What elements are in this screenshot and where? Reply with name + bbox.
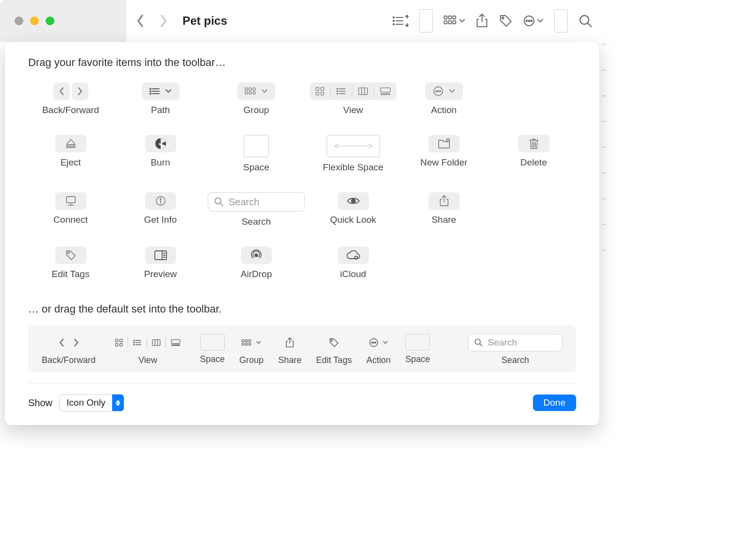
toolbar-space-placeholder xyxy=(419,9,433,33)
svg-point-72 xyxy=(160,198,161,199)
palette-label: Get Info xyxy=(144,214,177,225)
palette-action[interactable]: Action xyxy=(401,82,486,115)
zoom-window-button[interactable] xyxy=(46,16,54,25)
palette-preview[interactable]: Preview xyxy=(118,247,203,280)
ellipsis-circle-icon xyxy=(433,86,444,97)
svg-rect-33 xyxy=(253,92,255,94)
window-edge-marks xyxy=(602,44,606,251)
palette-path[interactable]: Path xyxy=(118,82,203,115)
toolbar-share-icon[interactable] xyxy=(476,14,488,28)
svg-rect-50 xyxy=(386,94,387,95)
palette-label: Space xyxy=(243,162,269,173)
default-search: Search Search xyxy=(468,334,563,365)
svg-rect-68 xyxy=(66,197,75,203)
sheet-heading: Drag your favorite items into the toolba… xyxy=(28,56,576,69)
svg-rect-30 xyxy=(253,88,255,90)
flexible-space-placeholder-icon xyxy=(327,135,380,157)
minimize-window-button[interactable] xyxy=(30,16,39,25)
toolbar-item-palette: Back/Forward Path xyxy=(28,82,576,280)
svg-rect-102 xyxy=(174,345,176,346)
default-view: View xyxy=(110,334,185,365)
svg-marker-56 xyxy=(66,139,75,145)
svg-rect-48 xyxy=(381,94,382,95)
gallery-view-icon xyxy=(374,85,397,97)
svg-point-116 xyxy=(375,342,376,343)
toolbar-list-view-icon[interactable] xyxy=(392,15,409,27)
toolbar-search-icon[interactable] xyxy=(579,14,592,28)
palette-search[interactable]: Search Search xyxy=(208,192,305,227)
svg-point-114 xyxy=(371,342,372,343)
svg-point-17 xyxy=(526,20,528,22)
forward-button[interactable] xyxy=(159,14,168,28)
palette-group[interactable]: Group xyxy=(208,82,305,115)
toolbar-tags-icon[interactable] xyxy=(499,14,513,28)
svg-point-84 xyxy=(255,254,258,257)
palette-new-folder[interactable]: New Folder xyxy=(401,135,486,173)
titlebar: Pet pics xyxy=(0,0,602,42)
palette-view[interactable]: View xyxy=(310,82,397,115)
toolbar-action-icon[interactable] xyxy=(523,15,544,27)
svg-line-75 xyxy=(220,203,223,206)
default-set-heading: … or drag the default set into the toolb… xyxy=(28,303,576,315)
palette-connect[interactable]: Connect xyxy=(28,192,113,227)
svg-rect-106 xyxy=(245,340,247,342)
eye-icon xyxy=(347,197,360,205)
svg-point-117 xyxy=(475,339,481,345)
palette-airdrop[interactable]: AirDrop xyxy=(208,247,305,280)
palette-label: Back/Forward xyxy=(42,105,99,115)
toolbar xyxy=(392,9,592,33)
toolbar-group-icon[interactable] xyxy=(444,15,465,27)
svg-rect-108 xyxy=(242,343,244,345)
palette-share[interactable]: Share xyxy=(401,192,486,227)
palette-label: View xyxy=(343,105,363,115)
show-mode-select[interactable]: Icon Only xyxy=(59,394,124,412)
svg-rect-49 xyxy=(383,94,385,95)
chevron-down-icon xyxy=(261,89,268,94)
svg-rect-28 xyxy=(245,88,248,90)
svg-rect-35 xyxy=(321,87,324,90)
palette-burn[interactable]: Burn xyxy=(118,135,203,173)
palette-label: Preview xyxy=(144,269,177,280)
svg-rect-32 xyxy=(249,92,251,94)
palette-quick-look[interactable]: Quick Look xyxy=(310,192,397,227)
window-title: Pet pics xyxy=(182,14,227,28)
svg-point-26 xyxy=(150,93,151,94)
svg-line-118 xyxy=(480,344,482,346)
palette-get-info[interactable]: Get Info xyxy=(118,192,203,227)
preview-icon xyxy=(154,250,167,260)
svg-point-112 xyxy=(331,340,332,341)
svg-rect-100 xyxy=(171,340,180,344)
svg-point-2 xyxy=(393,20,394,21)
customize-toolbar-sheet: Drag your favorite items into the toolba… xyxy=(5,42,599,425)
palette-space[interactable]: Space xyxy=(208,135,305,173)
grid-icon xyxy=(245,87,256,95)
svg-rect-12 xyxy=(448,21,451,24)
done-button[interactable]: Done xyxy=(533,395,576,411)
default-share: Share xyxy=(278,334,301,365)
palette-back-forward[interactable]: Back/Forward xyxy=(28,82,113,115)
svg-point-24 xyxy=(150,91,151,92)
svg-rect-104 xyxy=(178,345,180,346)
palette-label: AirDrop xyxy=(241,269,272,280)
palette-delete[interactable]: Delete xyxy=(491,135,576,173)
default-toolbar-set[interactable]: Back/Forward View Space xyxy=(28,325,576,372)
palette-label: Burn xyxy=(150,157,170,168)
svg-point-54 xyxy=(437,91,438,92)
palette-label: Group xyxy=(244,105,269,115)
svg-rect-87 xyxy=(116,339,118,342)
svg-point-55 xyxy=(439,91,440,92)
palette-icloud[interactable]: iCloud xyxy=(310,247,397,280)
divider xyxy=(28,383,576,383)
palette-edit-tags[interactable]: Edit Tags xyxy=(28,247,113,280)
svg-point-76 xyxy=(351,199,355,203)
back-button[interactable] xyxy=(136,14,145,28)
svg-rect-57 xyxy=(66,146,75,148)
close-window-button[interactable] xyxy=(15,16,23,25)
show-mode-value: Icon Only xyxy=(60,397,112,408)
svg-rect-9 xyxy=(448,16,451,19)
icon-view-icon xyxy=(310,85,331,97)
default-space-2: Space xyxy=(405,334,430,364)
new-folder-icon xyxy=(438,138,450,149)
palette-flexible-space[interactable]: Flexible Space xyxy=(310,135,397,173)
palette-eject[interactable]: Eject xyxy=(28,135,113,173)
